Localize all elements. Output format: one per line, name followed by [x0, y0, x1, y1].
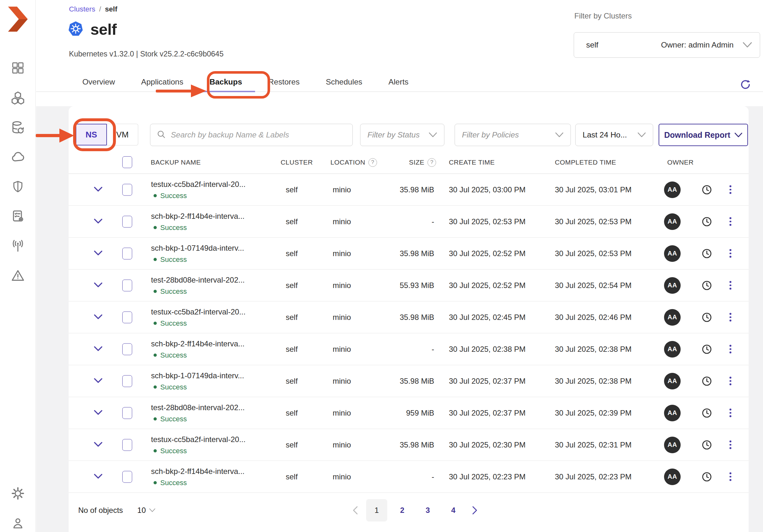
row-menu-button[interactable] — [726, 374, 735, 388]
row-checkbox[interactable] — [122, 343, 132, 355]
row-menu-button[interactable] — [726, 470, 735, 484]
time-range-dropdown[interactable]: Last 24 Ho... — [575, 124, 653, 146]
row-menu-button[interactable] — [726, 438, 735, 452]
row-checkbox[interactable] — [122, 216, 132, 227]
backup-name-link[interactable]: test-28bd08e-interval-202... — [151, 403, 245, 412]
clock-icon[interactable] — [700, 406, 714, 420]
tab-backups[interactable]: Backups — [196, 72, 255, 92]
help-icon[interactable]: ? — [427, 158, 436, 167]
clock-icon[interactable] — [700, 215, 714, 229]
backup-name-link[interactable]: sch-bkp-2-ff14b4e-interva... — [151, 212, 245, 221]
row-menu-button[interactable] — [726, 246, 735, 261]
page-button-4[interactable]: 4 — [443, 499, 464, 521]
search-input[interactable] — [171, 131, 346, 139]
row-expander-button[interactable] — [92, 471, 104, 483]
row-checkbox[interactable] — [122, 279, 132, 291]
sidebar-item-activity[interactable] — [11, 239, 25, 254]
clock-icon[interactable] — [700, 183, 714, 197]
owner-avatar[interactable]: AA — [664, 437, 681, 453]
tab-restores[interactable]: Restores — [255, 72, 312, 92]
row-checkbox[interactable] — [122, 407, 132, 419]
tab-schedules[interactable]: Schedules — [312, 72, 375, 92]
tab-applications[interactable]: Applications — [128, 72, 196, 92]
previous-page-button[interactable] — [349, 499, 362, 521]
sidebar-item-security[interactable] — [11, 180, 25, 194]
owner-avatar[interactable]: AA — [664, 309, 681, 326]
backup-name-link[interactable]: sch-bkp-2-ff14b4e-interva... — [151, 467, 245, 476]
owner-avatar[interactable]: AA — [664, 181, 681, 198]
tab-overview[interactable]: Overview — [69, 72, 128, 92]
row-menu-button[interactable] — [726, 183, 735, 197]
row-menu-button[interactable] — [726, 278, 735, 293]
backup-name-link[interactable]: testux-cc5ba2f-interval-20... — [151, 307, 246, 316]
row-checkbox[interactable] — [122, 247, 132, 259]
row-menu-button[interactable] — [726, 406, 735, 420]
owner-avatar[interactable]: AA — [664, 214, 681, 230]
row-expander-button[interactable] — [92, 280, 104, 291]
row-checkbox[interactable] — [122, 439, 132, 451]
page-button-1[interactable]: 1 — [366, 499, 387, 521]
owner-avatar[interactable]: AA — [664, 373, 681, 390]
backup-name-link[interactable]: testux-cc5ba2f-interval-20... — [151, 435, 246, 444]
breadcrumb-clusters-link[interactable]: Clusters — [69, 5, 95, 13]
sidebar-item-profile[interactable] — [11, 516, 25, 531]
row-checkbox[interactable] — [122, 375, 132, 387]
owner-avatar[interactable]: AA — [664, 341, 681, 358]
page-button-3[interactable]: 3 — [417, 499, 438, 521]
download-report-button[interactable]: Download Report — [659, 124, 748, 146]
row-checkbox[interactable] — [122, 311, 132, 323]
create-time-cell: 30 Jul 2025, 02:52 PM — [449, 281, 525, 290]
backup-name-link[interactable]: testux-cc5ba2f-interval-20... — [151, 180, 246, 189]
sidebar-item-cloud-settings[interactable] — [11, 150, 25, 165]
page-size-dropdown[interactable]: 10 — [137, 506, 156, 515]
row-expander-button[interactable] — [92, 311, 104, 323]
sidebar-item-dashboard[interactable] — [11, 61, 25, 76]
sidebar-item-backups[interactable] — [11, 120, 25, 135]
row-expander-button[interactable] — [92, 184, 104, 196]
tab-alerts[interactable]: Alerts — [376, 72, 422, 92]
backup-name-link[interactable]: sch-bkp-2-ff14b4e-interva... — [151, 339, 245, 348]
row-expander-button[interactable] — [92, 407, 104, 419]
cluster-filter-dropdown[interactable]: self Owner: admin Admin — [574, 32, 760, 58]
refresh-icon[interactable] — [739, 79, 751, 91]
row-expander-button[interactable] — [92, 216, 104, 227]
clock-icon[interactable] — [700, 374, 714, 388]
sidebar-item-applications[interactable] — [11, 91, 25, 105]
clock-icon[interactable] — [700, 438, 714, 452]
owner-avatar[interactable]: AA — [664, 469, 681, 485]
page-button-2[interactable]: 2 — [392, 499, 413, 521]
ns-toggle-button[interactable]: NS — [76, 124, 107, 145]
row-expander-button[interactable] — [92, 375, 104, 387]
backup-name-link[interactable]: sch-bkp-1-07149da-interv... — [151, 243, 244, 252]
owner-avatar[interactable]: AA — [664, 245, 681, 262]
select-all-checkbox[interactable] — [122, 156, 132, 168]
sidebar-item-rules[interactable] — [11, 209, 25, 224]
row-menu-button[interactable] — [726, 342, 735, 356]
clock-icon[interactable] — [700, 342, 714, 356]
row-checkbox[interactable] — [122, 184, 132, 196]
row-menu-button[interactable] — [726, 215, 735, 229]
filter-by-status-dropdown[interactable]: Filter by Status — [360, 124, 444, 146]
download-report-label: Download Report — [664, 131, 730, 140]
clock-icon[interactable] — [700, 278, 714, 293]
row-menu-button[interactable] — [726, 310, 735, 324]
row-expander-button[interactable] — [92, 248, 104, 259]
backup-name-block: sch-bkp-1-07149da-interv... Success — [151, 371, 244, 391]
clock-icon[interactable] — [700, 246, 714, 261]
backup-name-link[interactable]: test-28bd08e-interval-202... — [151, 275, 245, 284]
row-expander-button[interactable] — [92, 343, 104, 355]
backup-name-link[interactable]: sch-bkp-1-07149da-interv... — [151, 371, 244, 380]
filter-by-policies-dropdown[interactable]: Filter by Policies — [455, 124, 571, 146]
row-expander-button[interactable] — [92, 439, 104, 451]
next-page-button[interactable] — [468, 499, 481, 521]
clock-icon[interactable] — [700, 470, 714, 484]
sidebar-item-settings[interactable] — [11, 487, 25, 501]
vm-toggle-button[interactable]: VM — [107, 124, 138, 145]
clock-icon[interactable] — [700, 310, 714, 324]
owner-avatar[interactable]: AA — [664, 277, 681, 294]
owner-avatar[interactable]: AA — [664, 405, 681, 421]
portworx-logo[interactable] — [7, 6, 29, 33]
row-checkbox[interactable] — [122, 471, 132, 483]
help-icon[interactable]: ? — [369, 158, 377, 167]
sidebar-item-alerts[interactable] — [11, 269, 25, 283]
